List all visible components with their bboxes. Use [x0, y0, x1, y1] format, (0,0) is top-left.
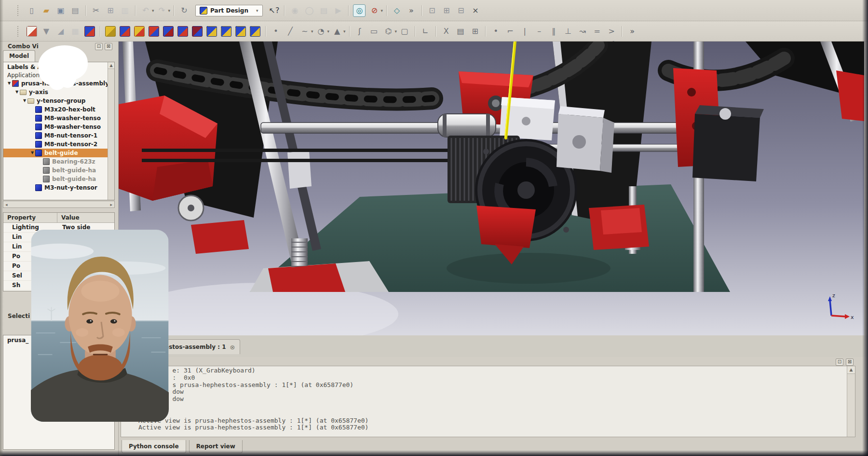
- float-panel-icon[interactable]: ⊡: [95, 43, 103, 50]
- cut-icon[interactable]: ✂: [90, 5, 102, 16]
- paste-icon[interactable]: ▥: [119, 5, 131, 16]
- groove-icon[interactable]: [192, 26, 203, 37]
- print-icon[interactable]: ▤: [69, 5, 81, 16]
- tree-item[interactable]: Bearing-623z: [3, 157, 114, 166]
- undo-icon[interactable]: ↶: [140, 5, 151, 16]
- tree-item[interactable]: M8-washer-tenso: [3, 114, 114, 123]
- carbon-copy-icon[interactable]: ⊞: [469, 26, 481, 37]
- boolean-common-icon[interactable]: [235, 26, 246, 37]
- scroll-up-icon[interactable]: ▲: [847, 366, 855, 374]
- sketch-trim-icon[interactable]: X: [440, 26, 452, 37]
- tree-item[interactable]: ▼y-tensor-group: [3, 97, 114, 105]
- box-element-selection-icon[interactable]: ⊡: [426, 5, 438, 16]
- tree-item[interactable]: M8-nut-tensor-2: [3, 140, 114, 149]
- constraint-tangent-icon[interactable]: ↝: [577, 26, 588, 37]
- constraint-horizontal-icon[interactable]: –: [533, 26, 545, 37]
- float-panel-icon[interactable]: ⊡: [836, 359, 843, 366]
- construction-mode-icon[interactable]: ∟: [420, 26, 431, 37]
- tree-hscrollbar[interactable]: ◂ ▸: [3, 201, 115, 208]
- expand-arrow-icon[interactable]: ▼: [29, 149, 35, 157]
- close-panel-icon[interactable]: ⊠: [846, 359, 854, 366]
- views-overflow-icon[interactable]: »: [406, 5, 417, 16]
- constraint-coincident-icon[interactable]: •: [490, 26, 502, 37]
- scroll-right-icon[interactable]: ▸: [108, 202, 114, 207]
- toolbar-overflow-icon[interactable]: »: [626, 26, 638, 37]
- macro-play-icon[interactable]: ▶: [332, 5, 344, 16]
- 3d-viewport[interactable]: z x: [119, 41, 864, 335]
- sketch-rectangle-icon[interactable]: ▭: [368, 26, 380, 37]
- console-scrollbar[interactable]: ▲: [847, 366, 855, 437]
- revolution-icon[interactable]: [120, 26, 130, 37]
- refresh-icon[interactable]: ↻: [178, 5, 190, 16]
- tree-item[interactable]: M3x20-hex-bolt: [3, 105, 114, 114]
- copy-icon[interactable]: ⊞: [105, 5, 116, 16]
- workbench-selector[interactable]: Part Design ▾: [195, 5, 263, 16]
- sketch-circle-icon[interactable]: ◔: [315, 26, 327, 37]
- constraint-vertical-icon[interactable]: |: [519, 26, 530, 37]
- box-selection-icon[interactable]: ⊞: [441, 5, 452, 16]
- constraint-equal-icon[interactable]: =: [591, 26, 603, 37]
- expand-arrow-icon[interactable]: ▼: [14, 88, 20, 97]
- additive-loft-icon[interactable]: [134, 26, 145, 37]
- isometric-view-icon[interactable]: ◇: [391, 5, 403, 16]
- expand-arrow-icon[interactable]: ▼: [22, 97, 27, 105]
- constraint-parallel-icon[interactable]: ∥: [548, 26, 559, 37]
- constraint-perpendicular-icon[interactable]: ⊥: [562, 26, 574, 37]
- pocket-icon[interactable]: [163, 26, 174, 37]
- hole-icon[interactable]: [177, 26, 188, 37]
- tab-report-view[interactable]: Report view: [189, 440, 243, 453]
- tree-scrollbar[interactable]: ▲: [108, 62, 114, 200]
- close-tab-icon[interactable]: ⊗: [230, 344, 235, 351]
- sketch-conic-icon[interactable]: ▲: [331, 26, 343, 37]
- constraint-point-on-object-icon[interactable]: ⌐: [504, 26, 516, 37]
- boolean-union-icon[interactable]: [206, 26, 217, 37]
- sketch-slot-icon[interactable]: ▢: [399, 26, 410, 37]
- expand-arrow-icon[interactable]: ▼: [6, 79, 12, 88]
- scroll-up-icon[interactable]: ▲: [108, 62, 114, 69]
- constraint-symmetric-icon[interactable]: ><: [606, 26, 617, 37]
- chevron-down-icon[interactable]: ▾: [327, 29, 330, 34]
- open-folder-icon[interactable]: ▰: [41, 5, 52, 16]
- edit-sketch-icon[interactable]: [84, 26, 95, 37]
- draw-style-icon[interactable]: ⊘: [368, 5, 380, 16]
- chevron-down-icon[interactable]: ▾: [380, 8, 383, 13]
- chevron-down-icon[interactable]: ▾: [395, 29, 397, 34]
- validate-sketch-icon[interactable]: ▦: [69, 26, 81, 37]
- python-console-output[interactable]: e: 31 (X_GrabKeyboard) : 0x0 s prusa-hep…: [121, 366, 855, 437]
- whats-this-icon[interactable]: ↖?: [268, 5, 280, 16]
- scroll-left-icon[interactable]: ◂: [3, 202, 10, 207]
- chevron-down-icon[interactable]: ▾: [343, 29, 346, 34]
- sketch-polygon-icon[interactable]: ⌬: [383, 26, 394, 37]
- macro-record-icon[interactable]: ◉: [289, 5, 300, 16]
- sketch-bspline-icon[interactable]: ʃ: [354, 26, 366, 37]
- tree-item[interactable]: belt-guide-ha: [3, 175, 114, 183]
- external-geometry-icon[interactable]: ▤: [455, 26, 466, 37]
- chevron-down-icon[interactable]: ▾: [168, 8, 171, 13]
- boolean-cut-icon[interactable]: [221, 26, 231, 37]
- reorient-sketch-icon[interactable]: ◢: [55, 26, 67, 37]
- sketch-polyline-icon[interactable]: ~: [299, 26, 311, 37]
- new-document-icon[interactable]: ▯: [26, 5, 38, 16]
- fit-all-icon[interactable]: ◎: [353, 4, 366, 17]
- redo-icon[interactable]: ↷: [156, 5, 168, 16]
- additive-pipe-icon[interactable]: [149, 26, 159, 37]
- pad-icon[interactable]: [105, 26, 116, 37]
- primitives-icon[interactable]: [250, 26, 260, 37]
- tree-item[interactable]: M8-nut-tensor-1: [3, 131, 114, 140]
- save-icon[interactable]: ▣: [55, 5, 67, 16]
- tree-item[interactable]: M8-washer-tenso: [3, 123, 114, 131]
- sketch-line-icon[interactable]: ╱: [285, 26, 296, 37]
- attach-sketch-icon[interactable]: ▼: [41, 26, 52, 37]
- chevron-down-icon[interactable]: ▾: [311, 29, 313, 34]
- tab-python-console[interactable]: Python console: [122, 440, 186, 453]
- delete-icon[interactable]: ×: [470, 5, 481, 16]
- macro-stop-icon[interactable]: ◯: [303, 5, 315, 16]
- macro-edit-icon[interactable]: ▤: [318, 5, 329, 16]
- chevron-down-icon[interactable]: ▾: [152, 8, 154, 13]
- tree-item[interactable]: belt-guide-ha: [3, 166, 114, 175]
- tree-item[interactable]: M3-nut-y-tensor: [3, 183, 114, 192]
- sketch-point-icon[interactable]: •: [270, 26, 282, 37]
- tree-item[interactable]: ▼belt-guide: [3, 149, 114, 157]
- create-sketch-icon[interactable]: [27, 26, 37, 37]
- close-panel-icon[interactable]: ⊠: [105, 43, 112, 50]
